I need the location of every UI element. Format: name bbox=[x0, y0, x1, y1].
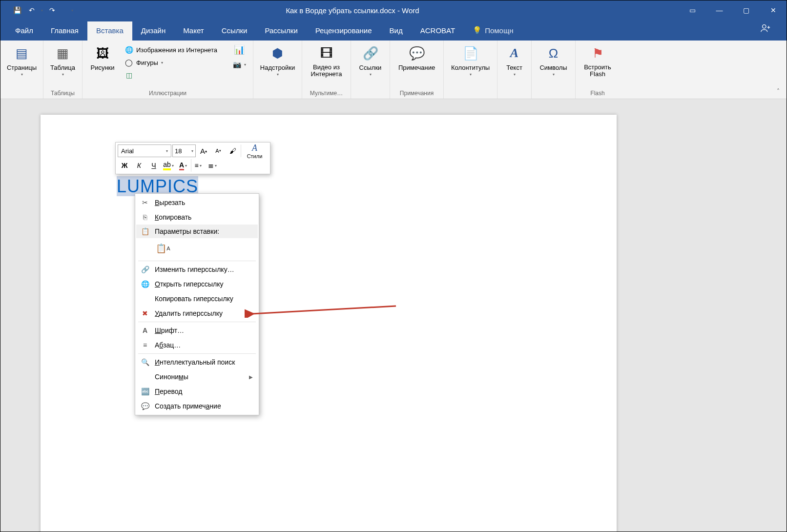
collapse-ribbon-icon[interactable]: ˄ bbox=[770, 84, 787, 99]
menu-cut[interactable]: ✂ Вырезать bbox=[136, 195, 258, 210]
paste-header-label: Параметры вставки: bbox=[155, 227, 219, 235]
font-color-button[interactable]: A▾ bbox=[176, 159, 190, 172]
ribbon-display-options-icon[interactable]: ▭ bbox=[679, 0, 706, 20]
online-video-button[interactable]: 🎞 Видео из Интернета bbox=[305, 42, 348, 87]
table-button[interactable]: ▦ Таблица ▾ bbox=[46, 42, 79, 87]
window-controls: — ▢ ✕ bbox=[706, 0, 787, 20]
font-icon: A bbox=[140, 326, 150, 335]
pictures-button[interactable]: 🖼 Рисунки bbox=[85, 42, 120, 87]
group-media: Мультиме… bbox=[305, 89, 348, 98]
online-pictures-button[interactable]: 🌐 Изображения из Интернета bbox=[122, 44, 220, 55]
menu-new-comment[interactable]: 💬 Создать примечание bbox=[136, 399, 258, 413]
text-button[interactable]: A Текст ▾ bbox=[500, 42, 528, 87]
undo-icon[interactable]: ↶ bbox=[25, 3, 39, 17]
screenshot-button[interactable]: 📷▾ bbox=[231, 59, 247, 70]
menu-remove-hyperlink[interactable]: ✖ Удалить гиперссылку bbox=[136, 306, 258, 321]
paste-options: 📋A bbox=[136, 238, 258, 260]
tab-mailings[interactable]: Рассылки bbox=[256, 21, 306, 41]
video-label: Видео из Интернета bbox=[305, 64, 348, 78]
tab-home[interactable]: Главная bbox=[42, 21, 87, 41]
tab-insert[interactable]: Вставка bbox=[87, 21, 132, 41]
italic-button[interactable]: К bbox=[132, 159, 146, 172]
tab-references[interactable]: Ссылки bbox=[213, 21, 256, 41]
menu-synonyms[interactable]: Синонимы ▶ bbox=[136, 369, 258, 384]
tell-me[interactable]: 💡 Помощн bbox=[464, 21, 522, 41]
underline-button[interactable]: Ч bbox=[147, 159, 161, 172]
font-size-value: 18 bbox=[175, 147, 182, 155]
bullets-button[interactable]: ≡▾ bbox=[191, 159, 205, 172]
tab-review[interactable]: Рецензирование bbox=[307, 21, 381, 41]
picture-icon: 🖼 bbox=[94, 44, 111, 62]
share-button[interactable] bbox=[750, 18, 781, 41]
shapes-label: Фигуры bbox=[136, 59, 158, 66]
textbox-icon: A bbox=[506, 44, 523, 62]
shapes-button[interactable]: ◯ Фигуры ▾ bbox=[122, 57, 220, 68]
remove-link-icon: ✖ bbox=[140, 308, 150, 318]
page-icon: ▤ bbox=[13, 44, 31, 62]
quick-access-toolbar: 💾 ↶ ▾ ↷ ▾ bbox=[0, 3, 84, 17]
title-bar: 💾 ↶ ▾ ↷ ▾ Как в Ворде убрать ссылки.docx… bbox=[0, 0, 787, 20]
font-family-combo[interactable]: Arial▾ bbox=[118, 144, 171, 157]
screenshot-icon: 📷 bbox=[232, 60, 241, 69]
menu-font[interactable]: A Шрифт… bbox=[136, 323, 258, 338]
link-icon: 🔗 bbox=[362, 44, 379, 62]
comment-button[interactable]: 💬 Примечание bbox=[393, 42, 440, 87]
highlight-button[interactable]: ab▾ bbox=[162, 159, 175, 172]
ribbon: ▤ Страницы ▾ ▦ Таблица ▾ Таблицы 🖼 Рисун… bbox=[0, 41, 787, 99]
menu-paragraph[interactable]: ≡ Абзац… bbox=[136, 338, 258, 352]
addins-icon: ⬢ bbox=[269, 44, 287, 62]
paste-keep-text-icon[interactable]: 📋A bbox=[155, 240, 171, 257]
pages-button[interactable]: ▤ Страницы ▾ bbox=[3, 42, 40, 87]
redo-icon[interactable]: ↷ bbox=[45, 3, 59, 17]
menu-copy[interactable]: ⎘ Копировать bbox=[136, 210, 258, 225]
header-footer-button[interactable]: 📄 Колонтитулы ▾ bbox=[447, 42, 494, 87]
menu-open-hyperlink[interactable]: 🌐 Открыть гиперссылку bbox=[136, 277, 258, 291]
styles-label: Стили bbox=[247, 153, 263, 159]
flash-button[interactable]: ⚑ Встроить Flash bbox=[579, 42, 617, 87]
save-icon[interactable]: 💾 bbox=[10, 3, 24, 17]
tab-layout[interactable]: Макет bbox=[174, 21, 212, 41]
hyperlink-icon: 🔗 bbox=[140, 265, 150, 274]
group-illustrations: Иллюстрации bbox=[85, 89, 250, 98]
new-comment-icon: 💬 bbox=[140, 401, 150, 411]
links-button[interactable]: 🔗 Ссылки ▾ bbox=[354, 42, 387, 87]
grow-font-icon[interactable]: A▴ bbox=[197, 144, 210, 157]
maximize-button[interactable]: ▢ bbox=[733, 0, 760, 20]
paragraph-icon: ≡ bbox=[140, 340, 150, 350]
tab-file[interactable]: Файл bbox=[6, 21, 42, 41]
format-painter-icon[interactable]: 🖌 bbox=[226, 144, 240, 157]
menu-edit-hyperlink[interactable]: 🔗 Изменить гиперссылку… bbox=[136, 262, 258, 277]
tab-design[interactable]: Дизайн bbox=[132, 21, 174, 41]
smartart-button[interactable]: ◫ bbox=[122, 70, 220, 81]
video-icon: 🎞 bbox=[318, 44, 335, 62]
cut-icon: ✂ bbox=[140, 198, 150, 207]
menu-paste-options-header: 📋 Параметры вставки: bbox=[136, 225, 258, 238]
paste-icon: 📋 bbox=[140, 226, 150, 236]
ribbon-tabs: Файл Главная Вставка Дизайн Макет Ссылки… bbox=[0, 20, 787, 41]
document-title: Как в Ворде убрать ссылки.docx - Word bbox=[84, 6, 621, 15]
numbering-button[interactable]: ≣▾ bbox=[206, 159, 219, 172]
menu-copy-hyperlink[interactable]: Копировать гиперссылку bbox=[136, 291, 258, 306]
minimize-button[interactable]: — bbox=[706, 0, 733, 20]
online-pics-label: Изображения из Интернета bbox=[136, 46, 217, 54]
search-icon: 🔍 bbox=[140, 357, 150, 367]
symbols-button[interactable]: Ω Символы ▾ bbox=[535, 42, 572, 87]
svg-point-0 bbox=[763, 25, 766, 28]
mini-toolbar: Arial▾ 18▾ A▴ A▾ 🖌 A Стили Ж К Ч ab▾ A▾ … bbox=[115, 142, 270, 174]
styles-button[interactable]: A Стили bbox=[241, 144, 268, 157]
menu-translate[interactable]: 🔤 Перевод bbox=[136, 384, 258, 399]
undo-dropdown[interactable]: ▾ bbox=[40, 8, 44, 13]
close-button[interactable]: ✕ bbox=[760, 0, 787, 20]
tab-acrobat[interactable]: ACROBAT bbox=[412, 21, 464, 41]
copy-icon: ⎘ bbox=[140, 212, 150, 222]
chart-button[interactable]: 📊 bbox=[234, 44, 245, 55]
addins-button[interactable]: ⬢ Надстройки ▾ bbox=[256, 42, 299, 87]
tab-view[interactable]: Вид bbox=[381, 21, 412, 41]
bold-button[interactable]: Ж bbox=[118, 159, 131, 172]
pictures-label: Рисунки bbox=[90, 64, 114, 71]
font-size-combo[interactable]: 18▾ bbox=[172, 144, 196, 157]
qat-customize[interactable]: ▾ bbox=[70, 8, 75, 13]
shrink-font-icon[interactable]: A▾ bbox=[211, 144, 225, 157]
text-label: Текст bbox=[506, 64, 522, 71]
menu-smart-lookup[interactable]: 🔍 Интеллектуальный поиск bbox=[136, 355, 258, 369]
